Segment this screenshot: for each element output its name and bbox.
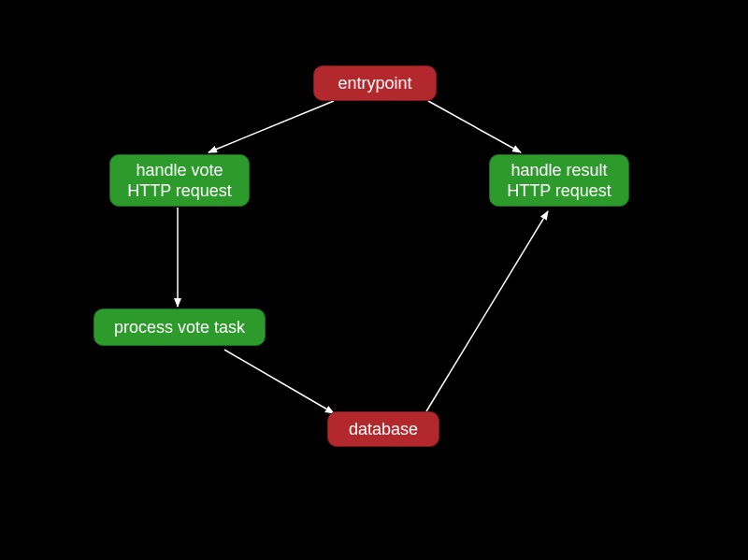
node-database-label: database	[349, 419, 418, 440]
node-entrypoint: entrypoint	[313, 65, 437, 101]
edge-process-vote-database	[224, 350, 334, 413]
node-database: database	[327, 411, 439, 447]
node-entrypoint-label: entrypoint	[338, 73, 411, 94]
node-handle-result-label: handle resultHTTP request	[507, 160, 611, 202]
edge-database-handle-result	[426, 211, 548, 411]
node-process-vote: process vote task	[94, 309, 266, 346]
diagram-canvas: entrypoint handle voteHTTP request handl…	[0, 0, 748, 560]
edge-entrypoint-handle-result	[428, 101, 521, 152]
node-handle-vote: handle voteHTTP request	[109, 154, 250, 207]
node-handle-result: handle resultHTTP request	[489, 154, 629, 207]
edge-entrypoint-handle-vote	[209, 101, 334, 152]
node-handle-vote-label: handle voteHTTP request	[127, 160, 232, 202]
node-process-vote-label: process vote task	[114, 317, 245, 338]
